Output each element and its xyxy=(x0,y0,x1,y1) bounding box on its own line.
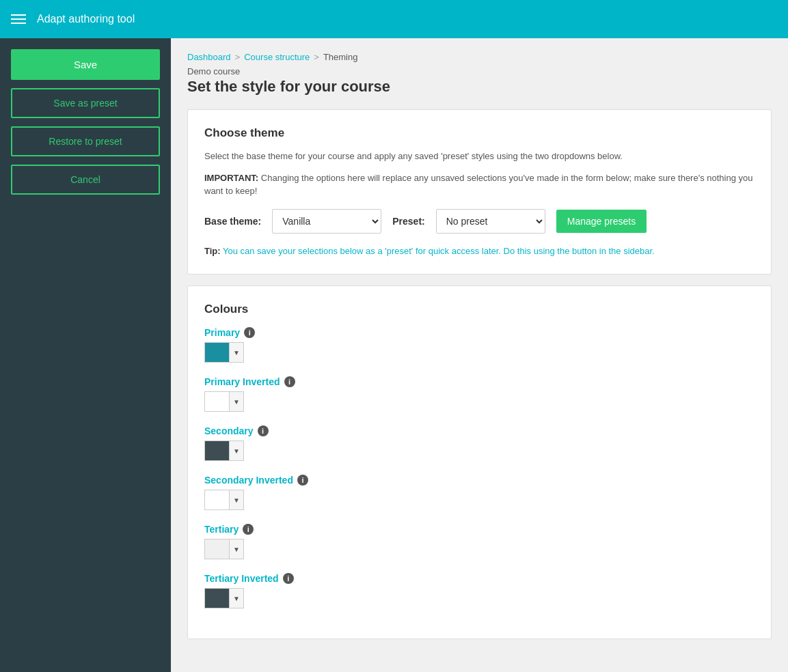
color-label-text-secondary-inverted: Secondary Inverted xyxy=(204,475,293,486)
navbar: Adapt authoring tool xyxy=(0,0,788,38)
color-dropdown-primary-inverted[interactable]: ▼ xyxy=(229,391,244,412)
color-label-secondary: Secondaryi xyxy=(204,425,755,436)
color-swatch-tertiary[interactable] xyxy=(204,539,229,559)
cancel-button[interactable]: Cancel xyxy=(11,165,160,195)
colours-title: Colours xyxy=(204,303,755,316)
color-swatch-row-secondary-inverted: ▼ xyxy=(204,490,755,510)
color-dropdown-secondary-inverted[interactable]: ▼ xyxy=(229,490,244,510)
sidebar: Save Save as preset Restore to preset Ca… xyxy=(0,38,171,672)
choose-theme-description: Select the base theme for your course an… xyxy=(204,150,755,163)
color-dropdown-tertiary[interactable]: ▼ xyxy=(229,539,244,559)
color-label-tertiary-inverted: Tertiary Invertedi xyxy=(204,573,755,584)
tip-content: You can save your selections below as a … xyxy=(223,246,655,256)
info-icon-primary-inverted[interactable]: i xyxy=(284,376,295,387)
color-field-primary: Primaryi▼ xyxy=(204,327,755,363)
color-label-text-tertiary: Tertiary xyxy=(204,524,239,535)
breadcrumb-dashboard[interactable]: Dashboard xyxy=(187,52,231,62)
breadcrumb-sep-2: > xyxy=(314,52,319,62)
save-as-preset-button[interactable]: Save as preset xyxy=(11,88,160,118)
color-dropdown-secondary[interactable]: ▼ xyxy=(229,440,244,461)
manage-presets-button[interactable]: Manage presets xyxy=(556,210,647,233)
color-swatch-secondary[interactable] xyxy=(204,440,229,461)
theme-row: Base theme: Vanilla Preset: No preset Ma… xyxy=(204,209,755,234)
info-icon-secondary-inverted[interactable]: i xyxy=(297,475,308,486)
choose-theme-title: Choose theme xyxy=(204,126,755,140)
color-swatch-row-primary: ▼ xyxy=(204,342,755,363)
color-label-primary: Primaryi xyxy=(204,327,755,338)
color-swatch-row-primary-inverted: ▼ xyxy=(204,391,755,412)
color-label-tertiary: Tertiaryi xyxy=(204,524,755,535)
choose-theme-card: Choose theme Select the base theme for y… xyxy=(187,109,772,275)
info-icon-tertiary-inverted[interactable]: i xyxy=(283,573,294,584)
color-field-secondary: Secondaryi▼ xyxy=(204,425,755,461)
color-swatch-row-secondary: ▼ xyxy=(204,440,755,461)
hamburger-menu[interactable] xyxy=(11,14,26,24)
color-swatch-secondary-inverted[interactable] xyxy=(204,490,229,510)
main-layout: Save Save as preset Restore to preset Ca… xyxy=(0,38,788,672)
base-theme-select[interactable]: Vanilla xyxy=(272,209,381,234)
base-theme-label: Base theme: xyxy=(204,216,261,227)
main-content: Dashboard > Course structure > Theming D… xyxy=(171,38,788,672)
color-swatch-primary-inverted[interactable] xyxy=(204,391,229,412)
color-field-primary-inverted: Primary Invertedi▼ xyxy=(204,376,755,412)
colours-card: Colours Primaryi▼Primary Invertedi▼Secon… xyxy=(187,285,772,639)
color-swatch-row-tertiary-inverted: ▼ xyxy=(204,588,755,608)
color-dropdown-tertiary-inverted[interactable]: ▼ xyxy=(229,588,244,608)
page-subtitle: Demo course xyxy=(187,66,772,76)
important-label: IMPORTANT: xyxy=(204,173,258,183)
info-icon-tertiary[interactable]: i xyxy=(243,524,254,535)
color-label-text-secondary: Secondary xyxy=(204,425,254,436)
color-field-secondary-inverted: Secondary Invertedi▼ xyxy=(204,475,755,510)
breadcrumb-sep-1: > xyxy=(235,52,241,62)
breadcrumb: Dashboard > Course structure > Theming xyxy=(187,52,772,62)
breadcrumb-current: Theming xyxy=(323,52,358,62)
colour-fields: Primaryi▼Primary Invertedi▼Secondaryi▼Se… xyxy=(204,327,755,608)
info-icon-primary[interactable]: i xyxy=(244,327,255,338)
color-swatch-row-tertiary: ▼ xyxy=(204,539,755,559)
page-title: Set the style for your course xyxy=(187,78,772,96)
color-label-text-tertiary-inverted: Tertiary Inverted xyxy=(204,573,279,584)
color-label-text-primary-inverted: Primary Inverted xyxy=(204,376,280,387)
choose-theme-important: IMPORTANT: Changing the options here wil… xyxy=(204,171,755,198)
color-swatch-primary[interactable] xyxy=(204,342,229,363)
tip-text: Tip: You can save your selections below … xyxy=(204,244,755,258)
info-icon-secondary[interactable]: i xyxy=(258,425,269,436)
save-button[interactable]: Save xyxy=(11,49,160,80)
color-field-tertiary: Tertiaryi▼ xyxy=(204,524,755,559)
preset-select[interactable]: No preset xyxy=(436,209,545,234)
preset-label: Preset: xyxy=(392,216,424,227)
app-title: Adapt authoring tool xyxy=(37,13,135,25)
breadcrumb-course-structure[interactable]: Course structure xyxy=(244,52,310,62)
restore-to-preset-button[interactable]: Restore to preset xyxy=(11,126,160,156)
color-label-secondary-inverted: Secondary Invertedi xyxy=(204,475,755,486)
color-label-text-primary: Primary xyxy=(204,327,240,338)
color-swatch-tertiary-inverted[interactable] xyxy=(204,588,229,608)
tip-label: Tip: xyxy=(204,246,221,256)
color-dropdown-primary[interactable]: ▼ xyxy=(229,342,244,363)
important-text: Changing the options here will replace a… xyxy=(204,173,753,197)
color-label-primary-inverted: Primary Invertedi xyxy=(204,376,755,387)
color-field-tertiary-inverted: Tertiary Invertedi▼ xyxy=(204,573,755,608)
